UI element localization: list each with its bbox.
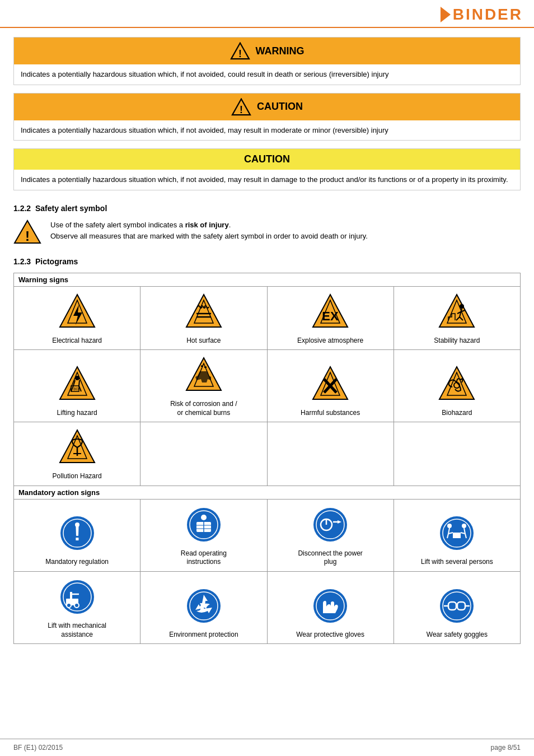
main-content: ! WARNING Indicates a potentially hazard… (0, 28, 534, 653)
safety-symbol-section: ! Use of the safety alert symbol indicat… (13, 220, 521, 246)
caution-yellow-title: CAUTION (244, 153, 290, 165)
lifting-hazard-cell: 80 Lifting hazard (14, 350, 140, 422)
caution-orange-triangle-icon: ! (231, 98, 251, 116)
stability-hazard-label: Stability hazard (396, 337, 518, 346)
stability-hazard-icon (437, 292, 476, 332)
warning-triangle-icon: ! (230, 42, 250, 60)
environment-icon (184, 586, 223, 626)
svg-line-29 (79, 380, 79, 386)
corrosion-icon (184, 356, 223, 395)
lift-mech-cell: Lift with mechanicalassistance (14, 572, 140, 644)
empty-cell-2 (267, 422, 394, 486)
caution-yellow-body: Indicates a potentially hazardous situat… (14, 170, 520, 190)
svg-rect-77 (70, 592, 72, 599)
page-footer: BF (E1) 02/2015 page 8/51 (0, 739, 534, 756)
gloves-label: Wear protective gloves (270, 631, 391, 640)
lift-persons-icon (437, 514, 476, 553)
harmful-label: Harmful substances (270, 409, 391, 418)
empty-cell-3 (394, 422, 520, 486)
disconnect-icon (311, 505, 350, 544)
footer-left: BF (E1) 02/2015 (13, 744, 63, 752)
pictograms-table-section: Warning signs Electrical hazard (13, 273, 521, 645)
biohazard-cell: Biohazard (394, 350, 520, 422)
svg-text:80: 80 (73, 386, 78, 391)
svg-point-65 (447, 524, 452, 528)
explosive-atmosphere-cell: EX Explosive atmosphere (267, 286, 394, 350)
mandatory-row-2: Lift with mechanicalassistance Environme… (14, 572, 521, 644)
read-instructions-cell: Read operatinginstructions (140, 499, 267, 571)
biohazard-icon (437, 365, 476, 404)
corrosion-cell: Risk of corrosion and /or chemical burns (140, 350, 267, 422)
mandatory-signs-header-row: Mandatory action signs (14, 486, 521, 499)
lift-persons-label: Lift with several persons (396, 558, 518, 567)
lifting-hazard-icon: 80 (58, 365, 97, 404)
gloves-icon (311, 586, 350, 626)
lifting-hazard-label: Lifting hazard (16, 409, 138, 418)
harmful-cell: Harmful substances (267, 350, 394, 422)
svg-point-18 (460, 304, 464, 309)
mandatory-regulation-cell: ! Mandatory regulation (14, 499, 140, 571)
warning-header: ! WARNING (14, 38, 520, 64)
warning-title: WARNING (256, 45, 305, 57)
caution-orange-title: CAUTION (257, 101, 303, 113)
svg-point-26 (75, 376, 79, 380)
lift-persons-cell: Lift with several persons (394, 499, 520, 571)
warning-box: ! WARNING Indicates a potentially hazard… (13, 37, 521, 85)
caution-orange-header: ! CAUTION (14, 94, 520, 120)
goggles-icon (437, 586, 476, 626)
hot-surface-label: Hot surface (143, 337, 264, 346)
safety-symbol-heading: 1.2.2 Safety alert symbol (13, 204, 521, 213)
empty-cell-1 (140, 422, 267, 486)
pollution-cell: Pollution Hazard (14, 422, 140, 486)
pollution-icon (58, 428, 97, 467)
safety-symbol-text: Use of the safety alert symbol indicates… (50, 220, 368, 243)
explosive-atmosphere-label: Explosive atmosphere (270, 337, 391, 346)
svg-point-52 (201, 515, 207, 520)
read-instructions-icon (184, 505, 223, 544)
caution-yellow-box: CAUTION Indicates a potentially hazardou… (13, 148, 521, 190)
brand-arrow-icon (441, 7, 451, 22)
warning-body: Indicates a potentially hazardous situat… (14, 64, 520, 85)
svg-text:!: ! (240, 104, 243, 115)
svg-point-80 (74, 603, 79, 608)
caution-orange-body: Indicates a potentially hazardous situat… (14, 120, 520, 141)
warning-signs-header-row: Warning signs (14, 273, 521, 286)
electrical-hazard-icon (58, 292, 97, 332)
mandatory-regulation-label: Mandatory regulation (16, 558, 138, 567)
disconnect-label: Disconnect the powerplug (270, 549, 391, 567)
corrosion-label: Risk of corrosion and /or chemical burns (143, 400, 264, 417)
pictograms-table: Warning signs Electrical hazard (13, 273, 521, 645)
brand-logo: BINDER (441, 6, 523, 24)
svg-point-57 (313, 508, 347, 542)
svg-text:!: ! (25, 228, 30, 244)
mandatory-row-1: ! Mandatory regulation (14, 499, 521, 571)
lift-mech-label: Lift with mechanicalassistance (16, 622, 138, 639)
explosive-atmosphere-icon: EX (311, 292, 350, 332)
goggles-label: Wear safety goggles (396, 631, 518, 640)
environment-label: Environment protection (143, 631, 264, 640)
environment-cell: Environment protection (140, 572, 267, 644)
harmful-icon (311, 365, 350, 404)
disconnect-cell: Disconnect the powerplug (267, 499, 394, 571)
mandatory-signs-label: Mandatory action signs (14, 486, 521, 499)
safety-alert-large-icon: ! (13, 220, 41, 246)
pictograms-heading: 1.2.3 Pictograms (13, 257, 521, 266)
gloves-cell: Wear protective gloves (267, 572, 394, 644)
footer-right: page 8/51 (491, 744, 521, 752)
svg-point-49 (75, 522, 79, 527)
svg-text:!: ! (238, 48, 242, 59)
svg-point-66 (462, 524, 466, 528)
electrical-hazard-cell: Electrical hazard (14, 286, 140, 350)
pollution-label: Pollution Hazard (16, 472, 138, 481)
goggles-cell: Wear safety goggles (394, 572, 520, 644)
page-header: BINDER (0, 0, 534, 28)
mandatory-regulation-icon: ! (58, 514, 97, 553)
read-instructions-label: Read operatinginstructions (143, 549, 264, 567)
caution-orange-box: ! CAUTION Indicates a potentially hazard… (13, 93, 521, 141)
warning-row-2: 80 Lifting hazard Risk of corrosion an (14, 350, 521, 422)
hot-surface-cell: Hot surface (140, 286, 267, 350)
warning-signs-label: Warning signs (14, 273, 521, 286)
lift-mech-icon (58, 577, 97, 617)
stability-hazard-cell: Stability hazard (394, 286, 520, 350)
svg-point-79 (67, 603, 71, 608)
